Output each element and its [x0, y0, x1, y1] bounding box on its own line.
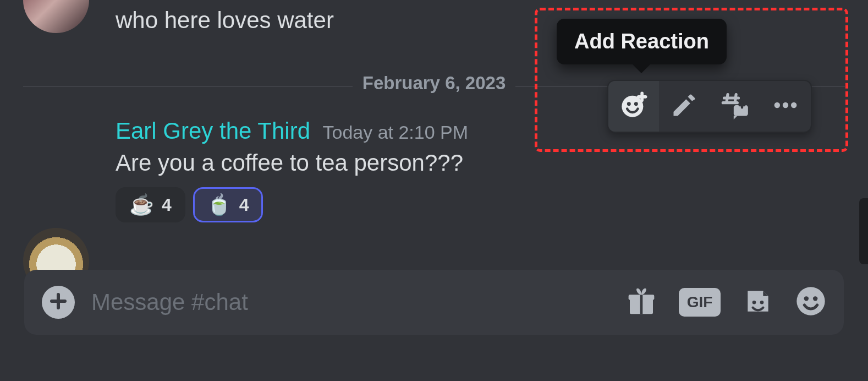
svg-point-5	[783, 102, 788, 108]
attach-button[interactable]	[42, 286, 75, 319]
message-text: Are you a coffee to tea person???	[116, 150, 868, 176]
svg-point-4	[774, 102, 780, 108]
add-reaction-icon	[619, 91, 648, 122]
reaction-coffee[interactable]: ☕ 4	[116, 187, 185, 222]
message-author[interactable]: Earl Grey the Third	[116, 118, 310, 144]
message-input[interactable]	[91, 289, 609, 315]
tooltip-label: Add Reaction	[574, 30, 709, 53]
reaction-count: 4	[239, 195, 249, 215]
date-divider-label: February 6, 2023	[353, 73, 516, 93]
avatar[interactable]	[23, 0, 89, 33]
reaction-bar: ☕ 4 🍵 4	[116, 187, 868, 222]
more-icon	[771, 91, 800, 122]
plus-icon	[48, 291, 68, 313]
svg-point-0	[622, 96, 643, 117]
thread-icon	[721, 91, 749, 122]
svg-point-6	[791, 102, 796, 108]
add-reaction-button[interactable]	[608, 81, 659, 132]
svg-point-10	[752, 301, 756, 304]
composer-actions: GIF	[626, 287, 826, 318]
create-thread-button[interactable]	[710, 81, 760, 132]
more-actions-button[interactable]	[760, 81, 811, 132]
tea-emoji-icon: 🍵	[207, 193, 232, 216]
svg-point-14	[813, 296, 817, 301]
message-text: who here loves water	[116, 0, 868, 34]
gift-button[interactable]	[626, 287, 657, 318]
reaction-count: 4	[162, 195, 172, 215]
svg-point-12	[796, 287, 825, 315]
emoji-icon	[795, 286, 826, 319]
gif-label: GIF	[687, 293, 713, 311]
svg-point-2	[634, 102, 638, 106]
coffee-emoji-icon: ☕	[129, 193, 154, 216]
sticker-button[interactable]	[743, 287, 773, 318]
scrollbar[interactable]	[859, 198, 868, 264]
reaction-tea[interactable]: 🍵 4	[193, 187, 263, 222]
sticker-icon	[743, 286, 773, 319]
svg-point-11	[760, 301, 764, 304]
svg-rect-9	[640, 295, 643, 314]
message-action-bar	[607, 80, 812, 133]
svg-point-1	[627, 102, 631, 106]
tooltip-add-reaction: Add Reaction	[557, 19, 727, 64]
svg-point-13	[804, 296, 809, 301]
gif-button[interactable]: GIF	[679, 288, 721, 317]
message-timestamp: Today at 2:10 PM	[322, 122, 468, 143]
emoji-picker-button[interactable]	[795, 287, 826, 318]
message-row-current: Earl Grey the Third Today at 2:10 PM Are…	[0, 118, 868, 222]
edit-message-button[interactable]	[659, 81, 710, 132]
gift-icon	[626, 286, 657, 319]
pencil-icon	[670, 91, 699, 122]
message-composer: GIF	[24, 270, 844, 335]
message-row-prev: who here loves water	[0, 0, 868, 34]
